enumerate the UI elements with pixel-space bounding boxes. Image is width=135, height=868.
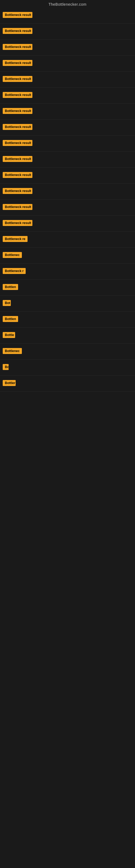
bottleneck-section-7: Bottleneck result (0, 104, 135, 120)
list-item: Bottleneck result (2, 140, 133, 148)
bottleneck-section-4: Bottleneck result (0, 56, 135, 72)
bottleneck-section-20: Bottlen (0, 312, 135, 328)
bottleneck-section-17: Bottleneck r (0, 264, 135, 280)
bottleneck-badge-18[interactable]: Bottlen (3, 284, 18, 290)
bottleneck-badge-24[interactable]: Bottler (3, 380, 16, 386)
list-item: Bottleneck result (2, 123, 133, 131)
bottleneck-badge-10[interactable]: Bottleneck result (3, 156, 32, 162)
site-header: TheBottlenecker.com (0, 0, 135, 8)
list-item: Bottleneck result (2, 27, 133, 35)
list-item: Bottlenec (2, 347, 133, 355)
bottleneck-section-23: Bo (0, 360, 135, 376)
bottleneck-section-18: Bottlen (0, 280, 135, 296)
list-item: Bottle (2, 332, 133, 340)
list-item: Bottleneck result (2, 59, 133, 67)
list-item: Bottleneck r (2, 268, 133, 276)
bottleneck-badge-11[interactable]: Bottleneck result (3, 172, 32, 178)
bottleneck-badge-17[interactable]: Bottleneck r (3, 268, 26, 274)
bottleneck-badge-8[interactable]: Bottleneck result (3, 124, 32, 130)
bottleneck-badge-14[interactable]: Bottleneck result (3, 220, 32, 226)
bottleneck-section-10: Bottleneck result (0, 152, 135, 167)
bottleneck-section-15: Bottleneck re (0, 231, 135, 248)
bottleneck-section-21: Bottle (0, 328, 135, 344)
bottleneck-section-3: Bottleneck result (0, 40, 135, 56)
bottleneck-section-16: Bottlenec (0, 248, 135, 264)
bottleneck-section-2: Bottleneck result (0, 24, 135, 40)
list-item: Bottleneck result (2, 155, 133, 163)
list-item: Bo (2, 364, 133, 372)
bottleneck-badge-5[interactable]: Bottleneck result (3, 76, 32, 82)
list-item: Bottleneck result (2, 107, 133, 116)
bottleneck-section-6: Bottleneck result (0, 88, 135, 104)
list-item: Bottlen (2, 315, 133, 323)
list-item: Bottler (2, 379, 133, 388)
bottleneck-badge-21[interactable]: Bottle (3, 332, 15, 338)
bottleneck-badge-19[interactable]: Bot (3, 300, 11, 306)
list-item: Bottleneck result (2, 219, 133, 227)
list-item: Bottlen (2, 283, 133, 291)
bottleneck-badge-15[interactable]: Bottleneck re (3, 236, 28, 242)
bottleneck-badge-6[interactable]: Bottleneck result (3, 92, 32, 98)
bottleneck-section-22: Bottlenec (0, 344, 135, 360)
bottleneck-badge-9[interactable]: Bottleneck result (3, 140, 32, 146)
bottleneck-badge-1[interactable]: Bottleneck result (3, 12, 32, 18)
bottleneck-badge-13[interactable]: Bottleneck result (3, 204, 32, 210)
list-item: Bottleneck result (2, 91, 133, 99)
bottleneck-badge-16[interactable]: Bottlenec (3, 252, 22, 258)
bottleneck-section-11: Bottleneck result (0, 167, 135, 184)
bottleneck-section-5: Bottleneck result (0, 72, 135, 88)
bottleneck-badge-20[interactable]: Bottlen (3, 316, 18, 322)
bottleneck-section-9: Bottleneck result (0, 135, 135, 152)
list-item: Bottleneck re (2, 236, 133, 244)
list-item: Bottleneck result (2, 187, 133, 195)
bottleneck-badge-23[interactable]: Bo (3, 364, 9, 370)
list-item: Bottlenec (2, 251, 133, 259)
bottleneck-badge-3[interactable]: Bottleneck result (3, 44, 32, 50)
list-item: Bottleneck result (2, 75, 133, 84)
bottleneck-section-19: Bot (0, 296, 135, 312)
bottleneck-badge-2[interactable]: Bottleneck result (3, 28, 32, 34)
bottleneck-section-12: Bottleneck result (0, 184, 135, 199)
bottleneck-section-14: Bottleneck result (0, 216, 135, 231)
list-item: Bottleneck result (2, 43, 133, 52)
bottleneck-badge-22[interactable]: Bottlenec (3, 348, 22, 354)
list-item: Bottleneck result (2, 172, 133, 180)
list-item: Bottleneck result (2, 11, 133, 20)
bottleneck-badge-4[interactable]: Bottleneck result (3, 60, 32, 66)
list-item: Bottleneck result (2, 204, 133, 212)
bottleneck-section-13: Bottleneck result (0, 199, 135, 216)
bottleneck-badge-12[interactable]: Bottleneck result (3, 188, 32, 194)
bottleneck-section-24: Bottler (0, 376, 135, 392)
bottleneck-section-8: Bottleneck result (0, 120, 135, 135)
bottleneck-badge-7[interactable]: Bottleneck result (3, 108, 32, 114)
bottleneck-section-1: Bottleneck result (0, 8, 135, 24)
list-item: Bot (2, 300, 133, 308)
